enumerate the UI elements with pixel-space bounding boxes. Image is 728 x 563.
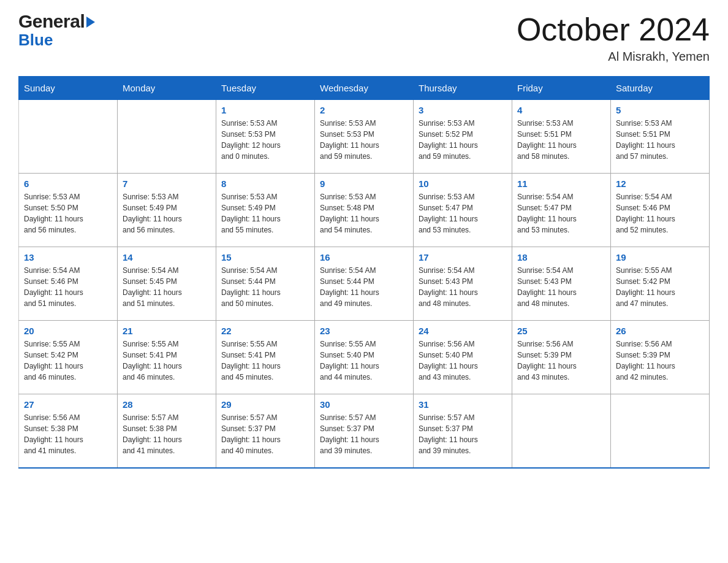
calendar-cell: 9Sunrise: 5:53 AM Sunset: 5:48 PM Daylig… [315,174,414,247]
day-number: 13 [24,252,112,262]
column-header-wednesday: Wednesday [315,77,414,100]
day-info: Sunrise: 5:56 AM Sunset: 5:39 PM Dayligh… [517,339,605,383]
day-number: 6 [24,178,112,189]
day-info: Sunrise: 5:53 AM Sunset: 5:49 PM Dayligh… [221,191,309,236]
calendar-cell: 13Sunrise: 5:54 AM Sunset: 5:46 PM Dayli… [19,247,118,321]
calendar-cell: 18Sunrise: 5:54 AM Sunset: 5:43 PM Dayli… [512,247,611,321]
calendar-header-row: SundayMondayTuesdayWednesdayThursdayFrid… [19,77,710,100]
calendar-cell [611,394,710,468]
column-header-tuesday: Tuesday [216,77,315,100]
day-number: 22 [221,326,309,336]
calendar-cell: 5Sunrise: 5:53 AM Sunset: 5:51 PM Daylig… [611,100,710,174]
day-number: 14 [123,252,211,262]
calendar-cell: 2Sunrise: 5:53 AM Sunset: 5:53 PM Daylig… [315,100,414,174]
column-header-saturday: Saturday [611,77,710,100]
day-info: Sunrise: 5:57 AM Sunset: 5:37 PM Dayligh… [320,412,408,456]
logo-general: General [18,12,95,31]
day-info: Sunrise: 5:53 AM Sunset: 5:53 PM Dayligh… [221,118,309,162]
calendar-cell [19,100,118,174]
day-number: 12 [616,178,704,189]
day-info: Sunrise: 5:53 AM Sunset: 5:52 PM Dayligh… [419,118,507,162]
calendar-cell: 25Sunrise: 5:56 AM Sunset: 5:39 PM Dayli… [512,321,611,394]
calendar-cell: 24Sunrise: 5:56 AM Sunset: 5:40 PM Dayli… [414,321,512,394]
calendar-cell [118,100,216,174]
calendar-cell: 31Sunrise: 5:57 AM Sunset: 5:37 PM Dayli… [414,394,512,468]
day-number: 21 [123,326,211,336]
day-number: 18 [517,252,605,262]
day-info: Sunrise: 5:53 AM Sunset: 5:51 PM Dayligh… [616,118,704,162]
day-info: Sunrise: 5:54 AM Sunset: 5:47 PM Dayligh… [517,191,605,236]
day-info: Sunrise: 5:56 AM Sunset: 5:39 PM Dayligh… [616,339,704,383]
location: Al Misrakh, Yemen [517,50,710,64]
calendar-cell: 14Sunrise: 5:54 AM Sunset: 5:45 PM Dayli… [118,247,216,321]
calendar-cell: 15Sunrise: 5:54 AM Sunset: 5:44 PM Dayli… [216,247,315,321]
column-header-monday: Monday [118,77,216,100]
calendar-cell: 1Sunrise: 5:53 AM Sunset: 5:53 PM Daylig… [216,100,315,174]
calendar-cell: 27Sunrise: 5:56 AM Sunset: 5:38 PM Dayli… [19,394,118,468]
day-info: Sunrise: 5:55 AM Sunset: 5:42 PM Dayligh… [24,339,112,383]
day-info: Sunrise: 5:54 AM Sunset: 5:46 PM Dayligh… [616,191,704,236]
day-number: 26 [616,326,704,336]
calendar-cell: 12Sunrise: 5:54 AM Sunset: 5:46 PM Dayli… [611,174,710,247]
day-number: 29 [221,399,309,410]
day-info: Sunrise: 5:54 AM Sunset: 5:44 PM Dayligh… [320,265,408,309]
logo-arrow-icon [86,17,95,28]
day-info: Sunrise: 5:54 AM Sunset: 5:44 PM Dayligh… [221,265,309,309]
calendar-table: SundayMondayTuesdayWednesdayThursdayFrid… [18,76,710,469]
day-number: 19 [616,252,704,262]
calendar-cell: 16Sunrise: 5:54 AM Sunset: 5:44 PM Dayli… [315,247,414,321]
day-number: 16 [320,252,408,262]
calendar-cell: 28Sunrise: 5:57 AM Sunset: 5:38 PM Dayli… [118,394,216,468]
day-number: 25 [517,326,605,336]
calendar-week-row: 6Sunrise: 5:53 AM Sunset: 5:50 PM Daylig… [19,174,710,247]
day-info: Sunrise: 5:55 AM Sunset: 5:41 PM Dayligh… [221,339,309,383]
day-info: Sunrise: 5:53 AM Sunset: 5:51 PM Dayligh… [517,118,605,162]
day-number: 3 [419,105,507,115]
day-number: 2 [320,105,408,115]
calendar-cell: 20Sunrise: 5:55 AM Sunset: 5:42 PM Dayli… [19,321,118,394]
day-info: Sunrise: 5:56 AM Sunset: 5:40 PM Dayligh… [419,339,507,383]
calendar-cell: 19Sunrise: 5:55 AM Sunset: 5:42 PM Dayli… [611,247,710,321]
day-number: 24 [419,326,507,336]
day-number: 28 [123,399,211,410]
calendar-cell [512,394,611,468]
calendar-cell: 22Sunrise: 5:55 AM Sunset: 5:41 PM Dayli… [216,321,315,394]
day-info: Sunrise: 5:53 AM Sunset: 5:48 PM Dayligh… [320,191,408,236]
calendar-cell: 3Sunrise: 5:53 AM Sunset: 5:52 PM Daylig… [414,100,512,174]
calendar-cell: 21Sunrise: 5:55 AM Sunset: 5:41 PM Dayli… [118,321,216,394]
day-number: 11 [517,178,605,189]
calendar-cell: 26Sunrise: 5:56 AM Sunset: 5:39 PM Dayli… [611,321,710,394]
calendar-cell: 10Sunrise: 5:53 AM Sunset: 5:47 PM Dayli… [414,174,512,247]
logo-text: General Blue [18,12,95,48]
day-info: Sunrise: 5:55 AM Sunset: 5:40 PM Dayligh… [320,339,408,383]
calendar-week-row: 1Sunrise: 5:53 AM Sunset: 5:53 PM Daylig… [19,100,710,174]
day-number: 8 [221,178,309,189]
day-number: 9 [320,178,408,189]
day-info: Sunrise: 5:53 AM Sunset: 5:49 PM Dayligh… [123,191,211,236]
day-number: 17 [419,252,507,262]
day-info: Sunrise: 5:54 AM Sunset: 5:46 PM Dayligh… [24,265,112,309]
day-info: Sunrise: 5:57 AM Sunset: 5:38 PM Dayligh… [123,412,211,456]
day-number: 20 [24,326,112,336]
day-info: Sunrise: 5:54 AM Sunset: 5:45 PM Dayligh… [123,265,211,309]
day-number: 5 [616,105,704,115]
day-number: 31 [419,399,507,410]
day-info: Sunrise: 5:53 AM Sunset: 5:50 PM Dayligh… [24,191,112,236]
day-info: Sunrise: 5:53 AM Sunset: 5:53 PM Dayligh… [320,118,408,162]
logo: General Blue [18,12,95,48]
day-info: Sunrise: 5:53 AM Sunset: 5:47 PM Dayligh… [419,191,507,236]
day-info: Sunrise: 5:56 AM Sunset: 5:38 PM Dayligh… [24,412,112,456]
calendar-cell: 7Sunrise: 5:53 AM Sunset: 5:49 PM Daylig… [118,174,216,247]
calendar-cell: 8Sunrise: 5:53 AM Sunset: 5:49 PM Daylig… [216,174,315,247]
day-number: 23 [320,326,408,336]
day-number: 15 [221,252,309,262]
calendar-cell: 17Sunrise: 5:54 AM Sunset: 5:43 PM Dayli… [414,247,512,321]
calendar-week-row: 27Sunrise: 5:56 AM Sunset: 5:38 PM Dayli… [19,394,710,468]
calendar-cell: 11Sunrise: 5:54 AM Sunset: 5:47 PM Dayli… [512,174,611,247]
title-area: October 2024 Al Misrakh, Yemen [517,12,710,64]
calendar-cell: 23Sunrise: 5:55 AM Sunset: 5:40 PM Dayli… [315,321,414,394]
day-number: 1 [221,105,309,115]
calendar-week-row: 13Sunrise: 5:54 AM Sunset: 5:46 PM Dayli… [19,247,710,321]
day-info: Sunrise: 5:55 AM Sunset: 5:42 PM Dayligh… [616,265,704,309]
month-title: October 2024 [517,12,710,47]
